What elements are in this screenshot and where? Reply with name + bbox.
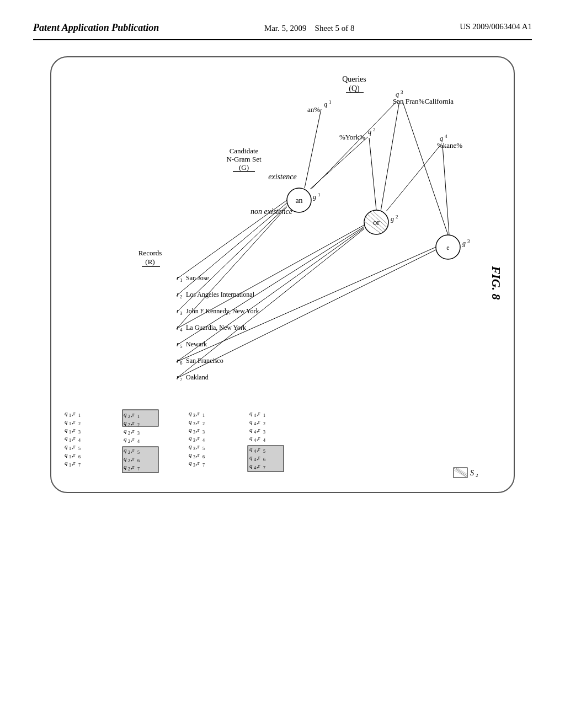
q1-label: an% xyxy=(307,105,320,114)
svg-text:q: q xyxy=(189,410,192,416)
svg-text:6: 6 xyxy=(78,454,81,459)
svg-text:5: 5 xyxy=(263,449,265,454)
svg-text:6: 6 xyxy=(202,454,205,459)
svg-text:q: q xyxy=(124,427,127,434)
svg-text:1: 1 xyxy=(69,446,71,451)
svg-text:,r: ,r xyxy=(72,459,76,466)
publication-title: Patent Application Publication xyxy=(33,22,159,34)
header-date-sheet: Mar. 5, 2009 Sheet 5 of 8 xyxy=(264,22,355,35)
q3-g3-line xyxy=(403,102,448,235)
r1-sub: 1 xyxy=(180,277,183,283)
svg-text:q: q xyxy=(189,426,192,433)
svg-text:q: q xyxy=(65,426,68,433)
g1-sub: 1 xyxy=(318,192,321,197)
svg-text:,r: ,r xyxy=(131,419,135,426)
q1-id: q xyxy=(324,100,327,108)
queries-label: Queries xyxy=(342,75,366,83)
header-sheet: Sheet 5 of 8 xyxy=(315,24,355,33)
svg-text:4: 4 xyxy=(254,421,256,426)
svg-text:2: 2 xyxy=(128,467,130,472)
svg-text:,r: ,r xyxy=(131,427,135,434)
svg-text:5: 5 xyxy=(202,446,205,451)
svg-text:4: 4 xyxy=(254,413,256,418)
svg-text:1: 1 xyxy=(69,421,71,426)
svg-text:3: 3 xyxy=(263,430,265,435)
svg-text:3: 3 xyxy=(202,430,205,435)
g3-r6-line xyxy=(177,247,436,362)
g2-r5-line xyxy=(177,227,364,345)
ngram-G-label: (G) xyxy=(239,163,249,172)
svg-text:4: 4 xyxy=(254,449,256,454)
highlight-q4-r5-r7 xyxy=(248,446,284,472)
svg-text:q: q xyxy=(124,447,127,453)
svg-text:2: 2 xyxy=(202,421,205,426)
g2-id: g xyxy=(391,215,394,223)
svg-text:1: 1 xyxy=(202,413,205,418)
page: Patent Application Publication Mar. 5, 2… xyxy=(0,0,565,728)
svg-text:,r: ,r xyxy=(131,463,135,470)
svg-text:,r: ,r xyxy=(131,411,135,417)
g3-sub: 3 xyxy=(467,238,470,244)
svg-rect-0 xyxy=(51,57,514,493)
r3-sub: 3 xyxy=(180,311,183,316)
svg-text:2: 2 xyxy=(128,422,130,427)
svg-text:2: 2 xyxy=(128,458,130,463)
g2-text: or xyxy=(373,218,380,227)
svg-text:3: 3 xyxy=(78,430,81,435)
svg-text:,r: ,r xyxy=(257,454,260,461)
r5-name: Newark xyxy=(186,340,207,348)
svg-text:1: 1 xyxy=(69,463,71,468)
svg-text:q: q xyxy=(189,435,192,441)
svg-text:5: 5 xyxy=(78,446,81,451)
q2-g2-line xyxy=(369,138,376,210)
svg-text:,r: ,r xyxy=(196,451,200,458)
svg-text:q: q xyxy=(65,459,68,466)
svg-text:q: q xyxy=(249,446,253,452)
svg-text:q: q xyxy=(124,411,127,417)
r4-sub: 4 xyxy=(180,327,183,333)
q4-g2-line xyxy=(386,144,441,211)
svg-text:7: 7 xyxy=(78,463,81,468)
svg-text:,r: ,r xyxy=(257,418,260,425)
svg-text:q: q xyxy=(124,463,127,470)
svg-text:3: 3 xyxy=(193,454,195,459)
r7-name: Oakland xyxy=(186,373,209,381)
svg-text:q: q xyxy=(249,426,253,433)
svg-text:q: q xyxy=(65,418,68,425)
svg-text:3: 3 xyxy=(193,430,195,435)
svg-text:,r: ,r xyxy=(257,410,260,416)
g3-id: g xyxy=(462,239,466,247)
svg-text:2: 2 xyxy=(263,421,265,426)
svg-text:q: q xyxy=(65,435,68,441)
candidate-label: Candidate xyxy=(230,147,259,155)
svg-text:7: 7 xyxy=(263,465,265,470)
svg-text:,r: ,r xyxy=(257,446,260,452)
svg-text:2: 2 xyxy=(137,422,140,427)
g1-r2-line xyxy=(177,203,287,296)
svg-text:q: q xyxy=(189,418,192,425)
svg-text:q: q xyxy=(65,443,68,449)
svg-text:q: q xyxy=(249,410,253,416)
existence-label: existence xyxy=(268,173,296,181)
r2-sub: 2 xyxy=(180,294,183,299)
svg-text:6: 6 xyxy=(137,458,140,463)
svg-text:,r: ,r xyxy=(131,436,135,442)
svg-text:4: 4 xyxy=(137,439,140,444)
svg-text:,r: ,r xyxy=(196,418,200,425)
svg-text:,r: ,r xyxy=(257,462,260,469)
r5-sub: 5 xyxy=(180,344,183,349)
svg-text:6: 6 xyxy=(263,457,265,462)
svg-text:q: q xyxy=(189,443,192,449)
s2-label: S xyxy=(470,469,474,477)
fig-label: FIG. 8 xyxy=(489,265,503,299)
svg-text:,r: ,r xyxy=(196,459,200,466)
svg-text:q: q xyxy=(249,435,253,441)
svg-text:4: 4 xyxy=(254,438,256,443)
ngram-set-label: N-Gram Set xyxy=(226,155,262,163)
q3-sub: 3 xyxy=(401,89,403,95)
svg-text:4: 4 xyxy=(254,465,256,470)
svg-text:1: 1 xyxy=(69,413,71,418)
svg-text:,r: ,r xyxy=(196,426,200,433)
page-header: Patent Application Publication Mar. 5, 2… xyxy=(33,22,532,40)
svg-text:,r: ,r xyxy=(72,443,76,449)
